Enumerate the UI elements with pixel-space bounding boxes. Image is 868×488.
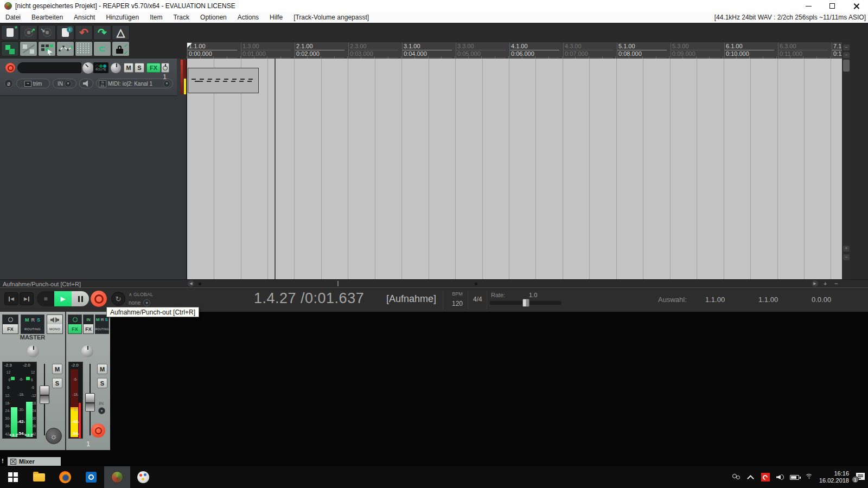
menu-item-track[interactable]: Track: [168, 12, 195, 23]
action-center-icon[interactable]: 1: [854, 473, 865, 481]
global-automation-selector[interactable]: none▼: [129, 299, 150, 306]
master-pan-knob[interactable]: [27, 345, 39, 357]
menu-item-ansicht[interactable]: Ansicht: [68, 12, 100, 23]
item-grouping-button[interactable]: [38, 41, 56, 56]
pause-button[interactable]: [72, 291, 89, 306]
taskbar-reaper[interactable]: [104, 466, 130, 488]
track1-fx-button[interactable]: FX: [68, 324, 81, 333]
scroll-right-button[interactable]: ▶: [812, 280, 818, 287]
solo-button[interactable]: S: [135, 63, 144, 73]
track-name-field[interactable]: [17, 62, 81, 73]
menu-item-hinzufgen[interactable]: Hinzufügen: [100, 12, 144, 23]
envelope-points-follow-button[interactable]: [1, 41, 19, 56]
master-fx-button[interactable]: FX: [3, 324, 18, 333]
midi-item[interactable]: [188, 68, 259, 93]
record-arm-button[interactable]: [5, 63, 15, 73]
monitor-button[interactable]: [79, 79, 93, 88]
timeline-ruler[interactable]: 1.1.000:00.0001.3.000:01.0002.1.000:02.0…: [187, 42, 842, 59]
metronome-button[interactable]: △: [112, 25, 130, 40]
save-project-button[interactable]: ↘: [38, 25, 56, 40]
track1-routing-button[interactable]: ROUTING: [95, 324, 108, 333]
pan-knob[interactable]: [111, 63, 121, 73]
route-button[interactable]: ROUTE: [93, 62, 108, 73]
menu-item-optionen[interactable]: Optionen: [195, 12, 232, 23]
track1-pan-knob[interactable]: [81, 345, 93, 357]
master-settings-button[interactable]: ☼: [46, 428, 62, 444]
zoom-out-h-button[interactable]: −: [834, 280, 838, 287]
locking-button[interactable]: ✓✓: [112, 41, 130, 56]
scroll-left-button[interactable]: ◀: [188, 280, 194, 287]
playback-position[interactable]: 1.4.27 /0:01.637: [254, 290, 364, 307]
volume-icon[interactable]: [775, 472, 785, 482]
track1-fader[interactable]: [85, 393, 95, 412]
fx-bypass-button[interactable]: [161, 63, 169, 73]
master-mono-button[interactable]: [47, 315, 62, 324]
menu-item-hilfe[interactable]: Hilfe: [264, 12, 288, 23]
rate-slider-handle[interactable]: [522, 299, 529, 307]
master-fader[interactable]: [40, 386, 49, 404]
record-button[interactable]: [91, 291, 107, 307]
repeat-button[interactable]: ↻: [111, 292, 125, 306]
time-signature[interactable]: 4/4: [473, 296, 482, 303]
avira-icon[interactable]: [761, 472, 770, 482]
go-to-start-button[interactable]: ◀: [4, 292, 18, 305]
master-fx-bypass-button[interactable]: [3, 315, 18, 324]
input-monitor-button[interactable]: IN▼: [53, 79, 76, 88]
track1-mute-button[interactable]: M: [97, 364, 107, 374]
envelope-editing-button[interactable]: [56, 41, 74, 56]
people-icon[interactable]: [731, 472, 741, 482]
selection-value-2[interactable]: 0.0.00: [812, 296, 831, 304]
zoom-out-button[interactable]: −: [843, 254, 850, 260]
stop-button[interactable]: ■: [37, 291, 54, 306]
selection-value-0[interactable]: 1.1.00: [705, 296, 725, 304]
taskbar-paint[interactable]: [130, 466, 156, 488]
taskbar-outlook[interactable]: [78, 466, 104, 488]
menu-item-datei[interactable]: Datei: [0, 12, 26, 23]
taskbar-firefox[interactable]: [52, 466, 78, 488]
snap-to-grid-button[interactable]: [75, 41, 93, 56]
vertical-scrollbar[interactable]: − − + −: [842, 42, 851, 279]
go-to-end-button[interactable]: ▶: [20, 292, 34, 305]
battery-icon[interactable]: [790, 472, 800, 482]
zoom-out-v-button2[interactable]: −: [843, 52, 850, 58]
track-1-header[interactable]: ROUTE M S FX ø ~ trim IN▼ INFX MIDI: io|…: [0, 59, 177, 96]
zoom-out-v-button[interactable]: −: [843, 44, 850, 50]
open-project-button[interactable]: ↗: [20, 25, 37, 40]
track1-fx-bypass-button[interactable]: [68, 315, 81, 324]
menu-item-item[interactable]: Item: [144, 12, 168, 23]
trim-envelope-button[interactable]: ~ trim: [16, 79, 50, 88]
close-button[interactable]: [844, 0, 868, 12]
zoom-in-h-button[interactable]: +: [824, 280, 827, 287]
master-mute-button[interactable]: M: [52, 364, 62, 374]
menu-item-actions[interactable]: Actions: [232, 12, 264, 23]
new-project-button[interactable]: *: [1, 25, 19, 40]
master-solo-button[interactable]: S: [52, 378, 62, 388]
record-input-selector[interactable]: INFX MIDI: io|2: Kanal 1 ▼: [96, 79, 173, 88]
arrange-view[interactable]: [187, 59, 842, 279]
selection-value-1[interactable]: 1.1.00: [758, 296, 778, 304]
ripple-editing-button[interactable]: ∪: [93, 41, 111, 56]
bpm-value[interactable]: 120: [449, 300, 465, 307]
play-button[interactable]: ▶: [54, 291, 72, 306]
start-button[interactable]: [0, 466, 26, 488]
maximize-button[interactable]: [820, 0, 844, 12]
project-settings-button[interactable]: i: [56, 25, 74, 40]
volume-knob[interactable]: [82, 62, 94, 74]
undo-button[interactable]: ↶: [75, 25, 93, 40]
track1-solo-button[interactable]: S: [97, 378, 107, 388]
close-tab-icon[interactable]: [10, 459, 16, 465]
wifi-icon[interactable]: [805, 472, 814, 482]
menu-item-bearbeiten[interactable]: Bearbeiten: [26, 12, 68, 23]
taskbar-explorer[interactable]: [26, 466, 52, 488]
vertical-scroll-handle[interactable]: [843, 60, 850, 72]
minimize-button[interactable]: [796, 0, 820, 12]
master-routing-button[interactable]: ROUTING: [21, 324, 44, 333]
auto-crossfade-button[interactable]: [20, 41, 37, 56]
zoom-in-button[interactable]: +: [843, 246, 850, 252]
mute-button[interactable]: M: [124, 63, 133, 73]
track1-input-fx-button[interactable]: FX: [84, 324, 93, 333]
mixer-tab[interactable]: Mixer: [8, 457, 61, 466]
chevron-up-icon[interactable]: [746, 472, 756, 482]
rate-value[interactable]: 1.0: [529, 292, 537, 298]
redo-button[interactable]: ↷: [93, 25, 111, 40]
